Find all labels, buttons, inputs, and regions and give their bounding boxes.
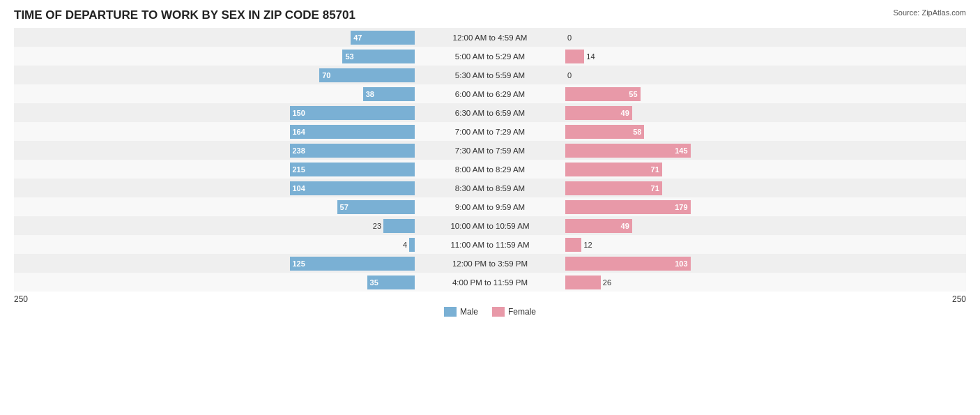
- source-text: Source: ZipAtlas.com: [893, 8, 966, 17]
- female-value-outside: 14: [586, 52, 595, 61]
- male-value-inside: 70: [322, 71, 330, 80]
- left-half: 215: [14, 160, 490, 179]
- male-value-inside: 38: [366, 90, 374, 98]
- female-value-outside: 26: [603, 278, 611, 287]
- legend-male-box: [444, 307, 457, 317]
- male-value-inside: 125: [293, 259, 305, 268]
- table-row: 35 4:00 PM to 11:59 PM 26: [14, 273, 966, 292]
- legend-male-label: Male: [460, 307, 478, 317]
- left-half: 35: [14, 273, 490, 292]
- axis-right: 250: [952, 294, 966, 304]
- right-half: 26: [490, 273, 966, 292]
- female-bar: 49: [565, 219, 632, 233]
- male-bar: 104: [290, 181, 415, 195]
- legend: Male Female: [14, 307, 966, 317]
- male-bar: 35: [367, 276, 415, 289]
- left-half: 23: [14, 216, 490, 235]
- female-value-inside: 179: [675, 203, 687, 211]
- right-half: 71: [490, 160, 966, 179]
- left-half: 238: [14, 141, 490, 160]
- table-row: 57 9:00 AM to 9:59 AM 179: [14, 197, 966, 216]
- female-bar: 71: [565, 181, 662, 195]
- male-value-outside: 4: [403, 241, 407, 249]
- right-half: 0: [490, 66, 966, 84]
- right-half: 49: [490, 103, 966, 122]
- legend-male: Male: [444, 307, 478, 317]
- male-value-inside: 53: [345, 52, 353, 61]
- left-half: 53: [14, 47, 490, 66]
- male-value-inside: 35: [370, 278, 378, 287]
- right-half: 0: [490, 28, 966, 47]
- male-bar: 238: [290, 144, 415, 158]
- male-value-outside: 23: [373, 222, 381, 230]
- female-bar: [565, 50, 584, 63]
- female-zero: 0: [567, 33, 572, 42]
- left-half: 150: [14, 103, 490, 122]
- male-value-inside: 164: [293, 128, 305, 136]
- table-row: 150 6:30 AM to 6:59 AM 49: [14, 103, 966, 122]
- legend-female-box: [492, 307, 505, 317]
- table-row: 164 7:00 AM to 7:29 AM 58: [14, 122, 966, 141]
- female-bar: 55: [565, 87, 641, 101]
- chart-container: TIME OF DEPARTURE TO WORK BY SEX IN ZIP …: [0, 0, 980, 415]
- female-value-inside: 49: [621, 222, 629, 230]
- female-bar: 103: [565, 257, 691, 271]
- male-value-inside: 47: [353, 33, 362, 42]
- legend-female: Female: [492, 307, 536, 317]
- female-value-inside: 55: [629, 90, 637, 98]
- female-zero: 0: [567, 71, 572, 80]
- table-row: 215 8:00 AM to 8:29 AM 71: [14, 160, 966, 179]
- left-half: 4: [14, 235, 490, 254]
- female-bar: 58: [565, 125, 644, 139]
- right-half: 145: [490, 141, 966, 160]
- left-half: 164: [14, 122, 490, 141]
- table-row: 47 12:00 AM to 4:59 AM 0: [14, 28, 966, 47]
- female-value-inside: 145: [675, 146, 687, 155]
- right-half: 103: [490, 254, 966, 273]
- male-bar: 164: [290, 125, 415, 139]
- female-bar: 145: [565, 144, 691, 158]
- right-half: 12: [490, 235, 966, 254]
- female-value-inside: 103: [675, 259, 687, 268]
- legend-female-label: Female: [508, 307, 536, 317]
- table-row: 4 11:00 AM to 11:59 AM 12: [14, 235, 966, 254]
- male-value-inside: 57: [340, 203, 349, 211]
- right-half: 71: [490, 179, 966, 197]
- table-row: 125 12:00 PM to 3:59 PM 103: [14, 254, 966, 273]
- right-half: 179: [490, 197, 966, 216]
- female-bar: [565, 276, 601, 289]
- male-bar: 53: [342, 50, 415, 63]
- male-bar: 150: [290, 106, 415, 120]
- male-bar: 57: [337, 200, 415, 214]
- female-value-inside: 58: [633, 128, 641, 136]
- left-half: 70: [14, 66, 490, 84]
- female-bar: 49: [565, 106, 632, 120]
- table-row: 104 8:30 AM to 8:59 AM 71: [14, 179, 966, 197]
- female-value-inside: 71: [651, 184, 659, 193]
- table-row: 53 5:00 AM to 5:29 AM 14: [14, 47, 966, 66]
- male-bar: 38: [363, 87, 415, 101]
- female-value-inside: 49: [621, 109, 629, 117]
- male-value-inside: 238: [293, 146, 305, 155]
- chart-title: TIME OF DEPARTURE TO WORK BY SEX IN ZIP …: [14, 8, 966, 22]
- male-bar: 70: [319, 68, 415, 82]
- female-bar: 71: [565, 163, 662, 176]
- right-half: 58: [490, 122, 966, 141]
- female-bar: 179: [565, 200, 691, 214]
- female-value-outside: 12: [583, 241, 592, 249]
- table-row: 238 7:30 AM to 7:59 AM 145: [14, 141, 966, 160]
- left-half: 104: [14, 179, 490, 197]
- table-row: 38 6:00 AM to 6:29 AM 55: [14, 84, 966, 103]
- male-bar: 215: [290, 163, 415, 176]
- male-value-inside: 215: [293, 165, 305, 174]
- male-bar: [383, 219, 415, 233]
- male-bar: [409, 238, 415, 252]
- male-value-inside: 150: [293, 109, 305, 117]
- right-half: 14: [490, 47, 966, 66]
- axis-labels: 250 250: [14, 294, 966, 304]
- female-value-inside: 71: [651, 165, 659, 174]
- left-half: 47: [14, 28, 490, 47]
- right-half: 49: [490, 216, 966, 235]
- left-half: 57: [14, 197, 490, 216]
- right-half: 55: [490, 84, 966, 103]
